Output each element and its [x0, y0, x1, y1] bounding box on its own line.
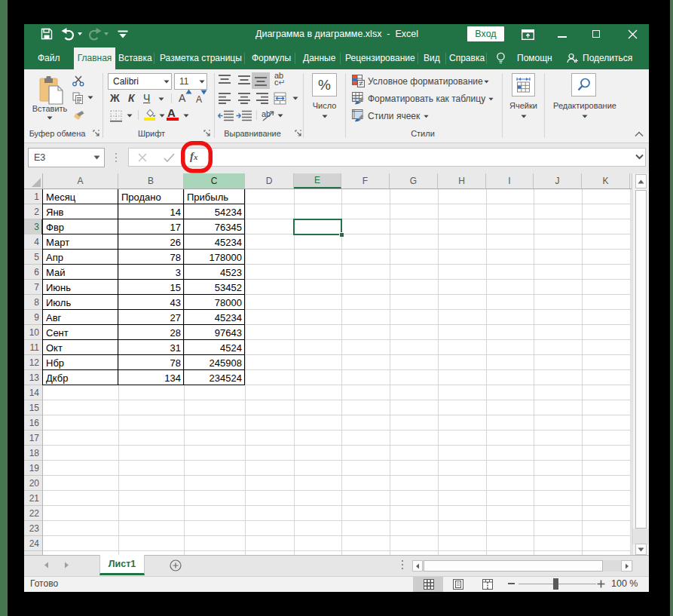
svg-text:ab: ab: [262, 109, 271, 118]
